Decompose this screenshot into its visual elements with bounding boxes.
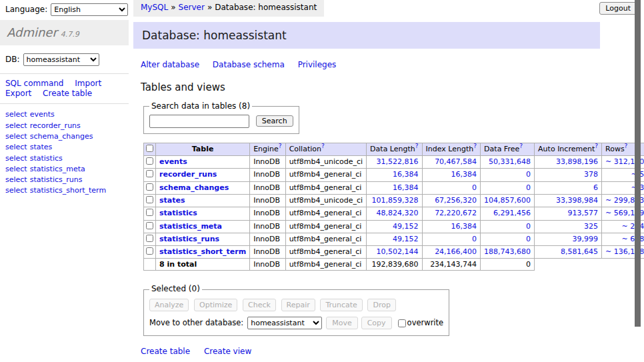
data-free-link[interactable]: 104,857,600 bbox=[484, 196, 531, 205]
column-help-link[interactable]: ? bbox=[595, 143, 598, 149]
column-help-link[interactable]: ? bbox=[415, 143, 419, 149]
action-button[interactable]: Truncate bbox=[320, 299, 362, 311]
move-button[interactable]: Move bbox=[326, 317, 358, 329]
table-name-link[interactable]: events bbox=[159, 157, 187, 166]
auto-increment-link[interactable]: 6 bbox=[593, 183, 598, 192]
sidebar-table-link[interactable]: statistics_meta bbox=[30, 165, 85, 173]
overwrite-checkbox[interactable] bbox=[398, 319, 406, 327]
auto-increment-link[interactable]: 39,999 bbox=[573, 235, 599, 243]
row-checkbox[interactable] bbox=[146, 209, 153, 216]
action-button[interactable]: Repair bbox=[281, 299, 315, 311]
data-length-link[interactable]: 31,522,816 bbox=[377, 157, 419, 166]
sidebar-select-link[interactable]: select bbox=[5, 186, 27, 195]
data-length-link[interactable]: 101,859,328 bbox=[372, 196, 419, 205]
index-length-link[interactable]: 16,384 bbox=[451, 222, 477, 231]
column-help-link[interactable]: ? bbox=[519, 143, 523, 149]
db-select[interactable]: homeassistant bbox=[23, 53, 99, 66]
index-length-link[interactable]: 67,256,320 bbox=[435, 196, 477, 205]
sidebar-table-link[interactable]: statistics bbox=[30, 154, 63, 163]
row-checkbox[interactable] bbox=[146, 235, 153, 242]
logout-button[interactable]: Logout bbox=[599, 2, 637, 15]
column-help-link[interactable]: ? bbox=[625, 143, 628, 149]
data-free-link[interactable]: 0 bbox=[526, 235, 531, 243]
data-free-link[interactable]: 0 bbox=[526, 170, 531, 179]
copy-button[interactable]: Copy bbox=[361, 317, 392, 329]
sidebar-table-link[interactable]: schema_changes bbox=[30, 132, 93, 141]
breadcrumb-link-server[interactable]: Server bbox=[179, 3, 205, 12]
row-checkbox[interactable] bbox=[146, 222, 153, 229]
data-length-link[interactable]: 49,152 bbox=[393, 235, 419, 243]
sidebar-table-link[interactable]: states bbox=[30, 143, 53, 151]
database-action-link[interactable]: Database schema bbox=[213, 60, 285, 69]
action-button[interactable]: Drop bbox=[367, 299, 395, 311]
index-length-link[interactable]: 0 bbox=[472, 183, 477, 192]
database-action-link[interactable]: Alter database bbox=[141, 60, 199, 69]
action-button[interactable]: Analyze bbox=[149, 299, 189, 311]
sidebar-select-link[interactable]: select bbox=[5, 110, 27, 119]
sidebar-table-link[interactable]: statistics_runs bbox=[30, 175, 83, 184]
sidebar-link[interactable]: Import bbox=[75, 79, 101, 88]
database-action-link[interactable]: Privileges bbox=[298, 60, 337, 69]
data-length-link[interactable]: 10,502,144 bbox=[377, 247, 419, 256]
language-select[interactable]: English bbox=[51, 3, 128, 16]
column-help-link[interactable]: ? bbox=[321, 143, 325, 149]
move-database-select[interactable]: homeassistant bbox=[247, 317, 322, 329]
create-link[interactable]: Create view bbox=[204, 347, 251, 356]
breadcrumb-link-server-type[interactable]: MySQL bbox=[141, 3, 168, 12]
action-button[interactable]: Optimize bbox=[194, 299, 237, 311]
row-checkbox[interactable] bbox=[146, 183, 153, 191]
sidebar-select-link[interactable]: select bbox=[5, 154, 27, 163]
table-name-link[interactable]: statistics_runs bbox=[159, 235, 219, 243]
table-name-link[interactable]: states bbox=[159, 196, 185, 205]
sidebar-table-link[interactable]: events bbox=[30, 110, 55, 119]
data-length-link[interactable]: 49,152 bbox=[393, 222, 419, 231]
sidebar-link[interactable]: Create table bbox=[43, 89, 92, 98]
sidebar-select-link[interactable]: select bbox=[5, 165, 27, 173]
column-help-link[interactable]: ? bbox=[473, 143, 477, 149]
auto-increment-link[interactable]: 33,898,196 bbox=[556, 157, 598, 166]
data-free-link[interactable]: 50,331,648 bbox=[489, 157, 531, 166]
auto-increment-link[interactable]: 33,398,984 bbox=[556, 196, 598, 205]
scrollbar-thumb[interactable] bbox=[635, 0, 641, 327]
action-button[interactable]: Check bbox=[243, 299, 276, 311]
index-length-link[interactable]: 0 bbox=[472, 235, 477, 243]
data-free-link[interactable]: 0 bbox=[526, 183, 531, 192]
table-name-link[interactable]: recorder_runs bbox=[159, 170, 217, 179]
table-name-link[interactable]: statistics_short_term bbox=[159, 247, 246, 256]
sidebar-table-link[interactable]: recorder_runs bbox=[30, 121, 81, 130]
auto-increment-link[interactable]: 913,577 bbox=[568, 209, 599, 217]
sidebar-select-link[interactable]: select bbox=[5, 175, 27, 184]
table-name-link[interactable]: schema_changes bbox=[159, 183, 229, 192]
sidebar-link[interactable]: Export bbox=[5, 89, 31, 98]
row-checkbox[interactable] bbox=[146, 157, 153, 165]
auto-increment-link[interactable]: 325 bbox=[584, 222, 598, 231]
index-length-link[interactable]: 72,220,672 bbox=[435, 209, 477, 217]
sidebar-links: SQL command Import Export Create table bbox=[0, 73, 129, 104]
auto-increment-link[interactable]: 378 bbox=[584, 170, 598, 179]
sidebar-table-link[interactable]: statistics_short_term bbox=[30, 186, 106, 195]
search-input[interactable] bbox=[149, 115, 249, 128]
table-name-link[interactable]: statistics bbox=[159, 209, 197, 217]
data-length-link[interactable]: 48,824,320 bbox=[377, 209, 419, 217]
sidebar-select-link[interactable]: select bbox=[5, 121, 27, 130]
data-free-link[interactable]: 0 bbox=[526, 222, 531, 231]
index-length-link[interactable]: 16,384 bbox=[451, 170, 477, 179]
row-checkbox[interactable] bbox=[146, 247, 153, 255]
data-free-link[interactable]: 6,291,456 bbox=[493, 209, 531, 217]
index-length-link[interactable]: 70,467,584 bbox=[435, 157, 477, 166]
index-length-link[interactable]: 24,166,400 bbox=[435, 247, 477, 256]
search-button[interactable]: Search bbox=[256, 115, 293, 127]
row-checkbox[interactable] bbox=[146, 170, 153, 177]
column-help-link[interactable]: ? bbox=[279, 143, 282, 149]
data-length-link[interactable]: 16,384 bbox=[393, 170, 419, 179]
row-checkbox[interactable] bbox=[146, 196, 153, 203]
sidebar-link[interactable]: SQL command bbox=[5, 79, 63, 88]
sidebar-select-link[interactable]: select bbox=[5, 143, 27, 151]
data-free-link[interactable]: 188,743,680 bbox=[484, 247, 531, 256]
select-all-checkbox[interactable] bbox=[146, 145, 153, 152]
data-length-link[interactable]: 16,384 bbox=[393, 183, 419, 192]
sidebar-select-link[interactable]: select bbox=[5, 132, 27, 141]
auto-increment-link[interactable]: 8,581,645 bbox=[561, 247, 598, 256]
create-link[interactable]: Create table bbox=[141, 347, 190, 356]
table-name-link[interactable]: statistics_meta bbox=[159, 222, 222, 231]
